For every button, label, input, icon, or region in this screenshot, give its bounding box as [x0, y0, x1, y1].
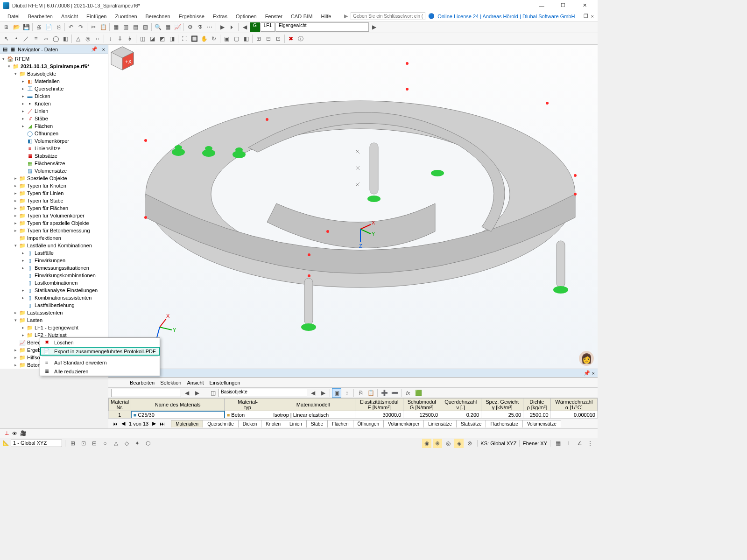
menu-hilfe[interactable]: Hilfe	[317, 13, 335, 20]
eccentricity-icon[interactable]: ↔	[93, 34, 102, 43]
misc-icon[interactable]: ⋯	[205, 22, 214, 32]
viewx-icon[interactable]: ◫	[138, 34, 147, 43]
undo-icon[interactable]: ↶	[66, 22, 76, 32]
zoomfit-icon[interactable]: ⛶	[180, 34, 189, 43]
snap1-icon[interactable]: ⊞	[68, 439, 78, 448]
bt-next2[interactable]: ▶	[318, 388, 328, 398]
menu-bearbeiten[interactable]: Bearbeiten	[24, 13, 56, 20]
pager-first[interactable]: ⏮	[111, 421, 119, 427]
node-icon[interactable]: •	[12, 34, 21, 43]
line-icon[interactable]: ／	[21, 34, 31, 43]
guide-icon[interactable]: ⋮	[585, 439, 595, 448]
bt-excel-icon[interactable]: 🟩	[414, 388, 423, 398]
table-icon[interactable]: ▦	[163, 22, 172, 32]
pan-icon[interactable]: ✋	[199, 34, 209, 43]
snap4-icon[interactable]: ○	[100, 439, 110, 448]
tab-linien[interactable]: Linien	[285, 420, 307, 427]
open-icon[interactable]: 📂	[12, 22, 21, 32]
menu-einfuegen[interactable]: Einfügen	[83, 13, 110, 20]
cut-icon[interactable]: ✂	[89, 22, 98, 32]
snap5-icon[interactable]: △	[111, 439, 120, 448]
camera-icon[interactable]: 🎥	[20, 430, 27, 436]
info-icon[interactable]: ⓘ	[296, 34, 305, 43]
opening-icon[interactable]: ◯	[51, 34, 60, 43]
snap6-icon[interactable]: ◇	[122, 439, 131, 448]
navigator-tree[interactable]: ▾🏠RFEM ▾📁2021-10-13_Spiralrampe.rf6* ▾📁B…	[0, 54, 108, 369]
bt-prev[interactable]: ◀	[182, 388, 191, 398]
iso-icon[interactable]: ◨	[167, 34, 176, 43]
chart-icon[interactable]: 📈	[173, 22, 182, 32]
cm-collapse[interactable]: ≣Alle reduzieren	[40, 367, 160, 376]
win1-icon[interactable]: ▦	[111, 22, 120, 32]
menu-ansicht[interactable]: Ansicht	[57, 13, 82, 20]
snap7-icon[interactable]: ✦	[133, 439, 142, 448]
menu-berechnen[interactable]: Berechnen	[142, 13, 174, 20]
load2-icon[interactable]: ⇩	[115, 34, 125, 43]
model-viewport[interactable]: X Y Z X Y +X	[108, 45, 598, 369]
load3-icon[interactable]: ↡	[125, 34, 134, 43]
snap3-icon[interactable]: ⊟	[90, 439, 99, 448]
render2-icon[interactable]: ▢	[232, 34, 241, 43]
nav-cube[interactable]: +X	[108, 45, 136, 73]
next-lf-icon[interactable]: ▶	[369, 22, 379, 32]
win4-icon[interactable]: ▧	[141, 22, 150, 32]
navigator-close-icon[interactable]: ×	[102, 47, 105, 52]
cm-delete[interactable]: ✖Löschen	[40, 338, 160, 347]
tab-stabsaetze[interactable]: Stabsätze	[456, 420, 486, 427]
bt-delrow-icon[interactable]: ➖	[390, 388, 399, 398]
tree-project[interactable]: 2021-10-13_Spiralrampe.rf6*	[21, 63, 89, 69]
child-close[interactable]: ×	[591, 14, 594, 19]
bt-combo2[interactable]: Basisobjekte	[218, 389, 307, 397]
load1-icon[interactable]: ↓	[106, 34, 115, 43]
osnap1-icon[interactable]: ◉	[422, 439, 431, 448]
tab-flaechen[interactable]: Flächen	[327, 420, 353, 427]
copy-icon[interactable]: ⎘	[54, 22, 63, 32]
extra2-icon[interactable]: ⊟	[264, 34, 273, 43]
license-text[interactable]: Online License 24 | Andreas Hörold | Dlu…	[437, 14, 575, 19]
assistant-avatar[interactable]: 👩	[579, 351, 594, 366]
print-icon[interactable]: 🖨	[34, 22, 43, 32]
tab-flaechensaetze[interactable]: Flächensätze	[486, 420, 522, 427]
rotate-icon[interactable]: ↻	[209, 34, 218, 43]
surface-icon[interactable]: ▱	[41, 34, 50, 43]
tree-basis[interactable]: Basisobjekte	[27, 71, 56, 77]
select-icon[interactable]: ↖	[2, 34, 11, 43]
viewz-icon[interactable]: ◩	[157, 34, 167, 43]
render1-icon[interactable]: ▣	[222, 34, 231, 43]
menu-optionen[interactable]: Optionen	[232, 13, 261, 20]
tab-liniensaetze[interactable]: Liniensätze	[423, 420, 457, 427]
viewy-icon[interactable]: ◪	[148, 34, 157, 43]
lf-selector[interactable]: LF1	[261, 22, 275, 32]
tab-querschnitte[interactable]: Querschnitte	[203, 420, 239, 427]
tab-staebe[interactable]: Stäbe	[306, 420, 328, 427]
pager-last[interactable]: ⏭	[158, 421, 166, 427]
child-restore[interactable]: ❐	[584, 13, 588, 19]
minimize-button[interactable]: —	[531, 1, 552, 10]
opt-icon[interactable]: ⚗	[195, 22, 204, 32]
bt-next[interactable]: ▶	[192, 388, 202, 398]
extra3-icon[interactable]: ⊡	[274, 34, 283, 43]
paste-icon[interactable]: 📋	[99, 22, 108, 32]
tab-oeffnungen[interactable]: Öffnungen	[353, 420, 384, 427]
table-close-icon[interactable]: ×	[592, 371, 595, 376]
protocol-icon[interactable]: 📄	[44, 22, 53, 32]
osnap3-icon[interactable]: ◎	[444, 439, 453, 448]
pin-icon[interactable]: 📌	[89, 46, 99, 52]
cs-combo[interactable]: 1 - Global XYZ	[11, 440, 62, 447]
tab-dicken[interactable]: Dicken	[238, 420, 262, 427]
support-icon[interactable]: △	[73, 34, 83, 43]
osnap4-icon[interactable]: ◈	[454, 439, 464, 448]
calcall-icon[interactable]: ⏵	[227, 22, 237, 32]
table-pin-icon[interactable]: 📌	[584, 370, 590, 376]
menu-datei[interactable]: Datei	[4, 13, 23, 20]
menu-cadbim[interactable]: CAD-BIM	[287, 13, 316, 20]
snapgrid-icon[interactable]: ▦	[553, 439, 563, 448]
bt-copy-icon[interactable]: ⎘	[356, 388, 365, 398]
osnap2-icon[interactable]: ⊕	[433, 439, 442, 448]
pager-next[interactable]: ▶	[151, 420, 157, 427]
bt-filter-icon[interactable]: ▣	[332, 388, 341, 398]
save-icon[interactable]: 💾	[21, 22, 31, 32]
bt-insert-icon[interactable]: ➕	[380, 388, 389, 398]
nav-tab-1-icon[interactable]: ▤	[3, 46, 7, 52]
extra1-icon[interactable]: ⊞	[254, 34, 263, 43]
